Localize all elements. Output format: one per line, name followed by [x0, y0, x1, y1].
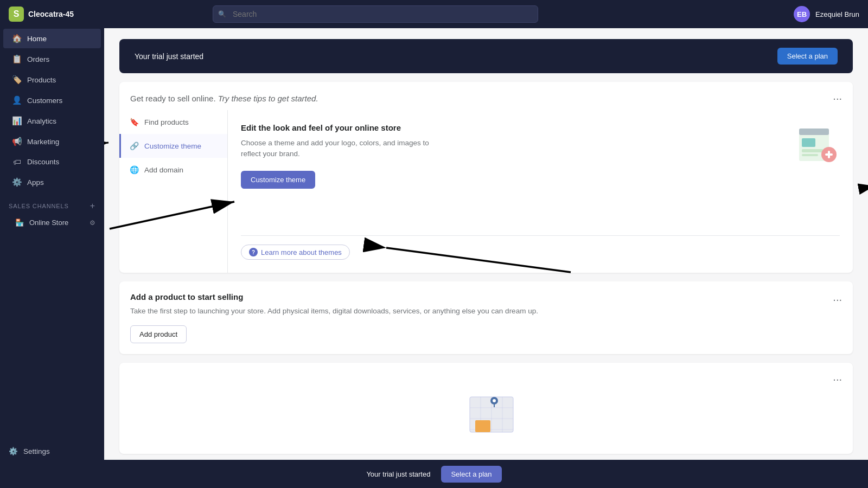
svg-rect-19 — [475, 420, 490, 432]
tips-body: 🔖 Find products 🔗 Customize theme 🌐 Add … — [119, 110, 853, 273]
tips-nav: 🔖 Find products 🔗 Customize theme 🌐 Add … — [119, 110, 228, 273]
settings-icon: ⚙️ — [9, 447, 18, 455]
add-sales-channel-button[interactable]: + — [90, 201, 95, 211]
customers-icon: 👤 — [12, 95, 22, 105]
svg-rect-2 — [802, 138, 815, 147]
sales-channels-section: SALES CHANNELS + — [0, 192, 104, 214]
online-store-settings-icon[interactable]: ⚙ — [90, 219, 95, 227]
add-product-card: Add a product to start selling ··· Take … — [119, 281, 853, 354]
sidebar-item-label: Discounts — [27, 158, 59, 166]
settings-item[interactable]: ⚙️ Settings — [0, 440, 104, 462]
sales-channels-title: SALES CHANNELS — [9, 203, 69, 209]
tips-card: Get ready to sell online. Try these tips… — [119, 82, 853, 273]
add-product-card-top: Add a product to start selling ··· — [130, 292, 842, 306]
user-menu[interactable]: EB Ezequiel Brun — [773, 6, 859, 22]
sidebar-item-apps[interactable]: ⚙️ Apps — [3, 172, 101, 192]
add-product-title: Add a product to start selling — [130, 292, 243, 301]
tips-content-area: Edit the look and feel of your online st… — [228, 110, 853, 273]
map-card: ··· — [119, 363, 853, 454]
sidebar-item-label: Apps — [27, 178, 44, 187]
user-name: Ezequiel Brun — [815, 10, 859, 18]
find-products-icon: 🔖 — [130, 118, 139, 126]
online-store-icon: 🏪 — [15, 219, 24, 227]
tip-nav-find-products[interactable]: 🔖 Find products — [119, 110, 227, 134]
marketing-icon: 📢 — [12, 137, 22, 146]
sidebar: 🏠 Home 📋 Orders 🏷️ Products 👤 Customers … — [0, 28, 104, 488]
tips-title-start: Get ready to sell online. — [130, 94, 218, 103]
question-icon: ? — [249, 248, 258, 256]
tip-nav-label: Add domain — [144, 166, 183, 174]
add-product-menu-button[interactable]: ··· — [833, 292, 842, 306]
select-plan-bottom-button[interactable]: Select a plan — [441, 466, 501, 483]
discounts-icon: 🏷 — [12, 157, 22, 166]
home-icon: 🏠 — [12, 34, 22, 43]
sidebar-item-orders[interactable]: 📋 Orders — [3, 49, 101, 69]
analytics-icon: 📊 — [12, 116, 22, 126]
tips-card-title: Get ready to sell online. Try these tips… — [130, 94, 318, 103]
tips-card-header: Get ready to sell online. Try these tips… — [119, 82, 853, 110]
add-product-button[interactable]: Add product — [130, 325, 187, 343]
tips-content-top: Edit the look and feel of your online st… — [241, 123, 840, 189]
store-logo[interactable]: S Cleocatra-45 — [9, 7, 95, 22]
trial-banner: Your trial just started Select a plan — [119, 39, 853, 73]
tips-card-menu-button[interactable]: ··· — [833, 93, 842, 104]
learn-more-link[interactable]: ? Learn more about themes — [241, 245, 350, 260]
sidebar-item-label: Analytics — [27, 117, 56, 125]
bottom-bar-text: Your trial just started — [366, 470, 430, 478]
map-illustration — [459, 389, 513, 443]
sidebar-item-label: Marketing — [27, 138, 59, 146]
svg-rect-4 — [802, 154, 818, 156]
search-area — [213, 5, 538, 23]
sidebar-item-label: Products — [27, 76, 56, 84]
map-card-menu-button[interactable]: ··· — [833, 374, 842, 384]
sidebar-item-products[interactable]: 🏷️ Products — [3, 70, 101, 89]
tips-content-description: Choose a theme and add your logo, colors… — [241, 138, 447, 160]
store-name: Cleocatra-45 — [28, 10, 74, 18]
settings-label: Settings — [23, 447, 50, 455]
tip-nav-label: Find products — [144, 118, 189, 126]
customize-theme-button[interactable]: Customize theme — [241, 171, 315, 189]
svg-rect-7 — [828, 151, 830, 158]
products-icon: 🏷️ — [12, 75, 22, 85]
shopify-logo-icon: S — [9, 7, 24, 22]
select-plan-banner-button[interactable]: Select a plan — [777, 48, 838, 65]
svg-rect-3 — [802, 149, 824, 152]
tips-content-text: Edit the look and feel of your online st… — [241, 123, 447, 189]
theme-illustration — [796, 123, 840, 166]
sidebar-item-marketing[interactable]: 📢 Marketing — [3, 132, 101, 151]
app-body: 🏠 Home 📋 Orders 🏷️ Products 👤 Customers … — [0, 28, 868, 488]
main-content: Your trial just started Select a plan Ge… — [104, 28, 868, 488]
tip-nav-customize-theme[interactable]: 🔗 Customize theme — [119, 134, 227, 158]
main-wrapper: Your trial just started Select a plan Ge… — [104, 28, 868, 488]
tips-actions: Customize theme — [241, 171, 447, 189]
learn-more-label: Learn more about themes — [261, 248, 342, 256]
search-input[interactable] — [213, 5, 538, 23]
svg-rect-1 — [799, 129, 829, 135]
sidebar-item-analytics[interactable]: 📊 Analytics — [3, 111, 101, 131]
orders-icon: 📋 — [12, 54, 22, 64]
sidebar-item-customers[interactable]: 👤 Customers — [3, 91, 101, 110]
sidebar-item-label: Orders — [27, 55, 49, 63]
sidebar-item-label: Online Store — [29, 219, 68, 227]
customize-theme-icon: 🔗 — [130, 142, 139, 150]
sidebar-item-label: Home — [27, 35, 47, 43]
sidebar-item-online-store[interactable]: 🏪 Online Store ⚙ — [0, 214, 104, 231]
svg-point-21 — [493, 399, 496, 402]
sidebar-item-label: Customers — [27, 97, 62, 105]
add-product-description: Take the first step to launching your st… — [130, 306, 842, 317]
tips-body-wrapper: 🔖 Find products 🔗 Customize theme 🌐 Add … — [119, 110, 853, 273]
svg-line-9 — [104, 143, 108, 153]
search-wrap — [213, 5, 538, 23]
sidebar-item-discounts[interactable]: 🏷 Discounts — [3, 152, 101, 171]
tips-title-highlight: Try these tips to get started. — [218, 94, 318, 103]
avatar: EB — [794, 6, 810, 22]
tip-nav-label: Customize theme — [144, 142, 201, 150]
topnav: S Cleocatra-45 EB Ezequiel Brun — [0, 0, 868, 28]
tips-content-title: Edit the look and feel of your online st… — [241, 123, 447, 132]
trial-banner-text: Your trial just started — [135, 52, 203, 61]
tip-nav-add-domain[interactable]: 🌐 Add domain — [119, 158, 227, 182]
add-domain-icon: 🌐 — [130, 165, 139, 174]
bottom-bar: Your trial just started Select a plan — [0, 460, 868, 488]
sidebar-item-home[interactable]: 🏠 Home — [3, 29, 101, 48]
apps-icon: ⚙️ — [12, 177, 22, 187]
